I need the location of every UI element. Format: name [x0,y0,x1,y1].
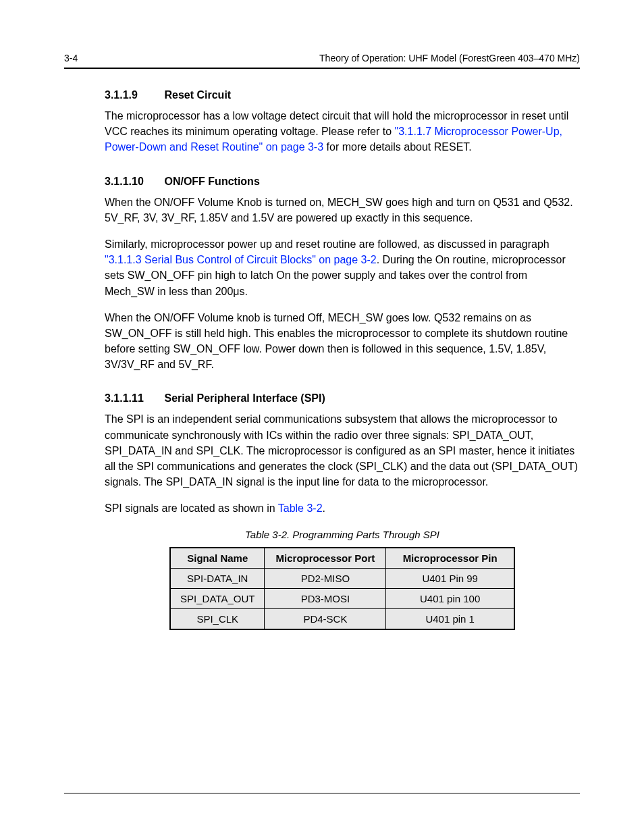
heading-spi: 3.1.1.11 Serial Peripheral Interface (SP… [105,392,580,405]
col-header-signal-name: Signal Name [170,548,265,569]
xref-table-3-2[interactable]: Table 3-2 [278,502,323,514]
paragraph-spi-2: SPI signals are located as shown in Tabl… [105,500,580,516]
heading-number: 3.1.1.11 [105,392,161,405]
text: SPI signals are located as shown in [105,502,278,514]
text: . [323,502,325,514]
heading-on-off-functions: 3.1.1.10 ON/OFF Functions [105,176,580,188]
cell-signal: SPI-DATA_IN [170,568,265,588]
cell-signal: SPI_DATA_OUT [170,588,265,608]
col-header-port: Microprocessor Port [265,548,386,569]
table-spi-signals: Signal Name Microprocessor Port Micropro… [169,547,515,630]
cell-port: PD4-SCK [265,608,386,629]
cell-pin: U401 Pin 99 [386,568,514,588]
paragraph-spi-1: The SPI is an independent serial communi… [105,411,580,490]
paragraph-onoff-2: Similarly, microprocessor power up and r… [105,236,580,299]
heading-number: 3.1.1.10 [105,176,161,188]
table-header-row: Signal Name Microprocessor Port Micropro… [170,548,514,569]
text: Similarly, microprocessor power up and r… [105,238,549,250]
header-rule [64,68,580,69]
paragraph-onoff-3: When the ON/OFF Volume knob is turned Of… [105,310,580,373]
table-row: SPI_DATA_OUT PD3-MOSI U401 pin 100 [170,588,514,608]
table-row: SPI_CLK PD4-SCK U401 pin 1 [170,608,514,629]
table-row: SPI-DATA_IN PD2-MISO U401 Pin 99 [170,568,514,588]
col-header-pin: Microprocessor Pin [386,548,514,569]
cell-signal: SPI_CLK [170,608,265,629]
cell-pin: U401 pin 1 [386,608,514,629]
heading-text: Serial Peripheral Interface (SPI) [164,392,325,404]
cell-port: PD3-MOSI [265,588,386,608]
table-caption: Table 3-2. Programming Parts Through SPI [105,529,580,540]
heading-number: 3.1.1.9 [105,89,161,101]
xref-serial-bus-control[interactable]: "3.1.1.3 Serial Bus Control of Circuit B… [105,254,377,265]
footer-rule [64,793,580,793]
paragraph-reset: The microprocessor has a low voltage det… [105,108,580,155]
page-header: 3-4 Theory of Operation: UHF Model (Fore… [64,53,580,63]
section-title: Theory of Operation: UHF Model (ForestGr… [319,53,580,63]
cell-port: PD2-MISO [265,568,386,588]
heading-reset-circuit: 3.1.1.9 Reset Circuit [105,89,580,101]
text: for more details about RESET. [323,141,472,153]
paragraph-onoff-1: When the ON/OFF Volume Knob is turned on… [105,194,580,226]
cell-pin: U401 pin 100 [386,588,514,608]
content: 3.1.1.9 Reset Circuit The microprocessor… [64,89,580,630]
page: 3-4 Theory of Operation: UHF Model (Fore… [0,0,644,834]
heading-text: Reset Circuit [164,89,231,101]
heading-text: ON/OFF Functions [164,176,259,187]
page-number: 3-4 [64,53,78,63]
